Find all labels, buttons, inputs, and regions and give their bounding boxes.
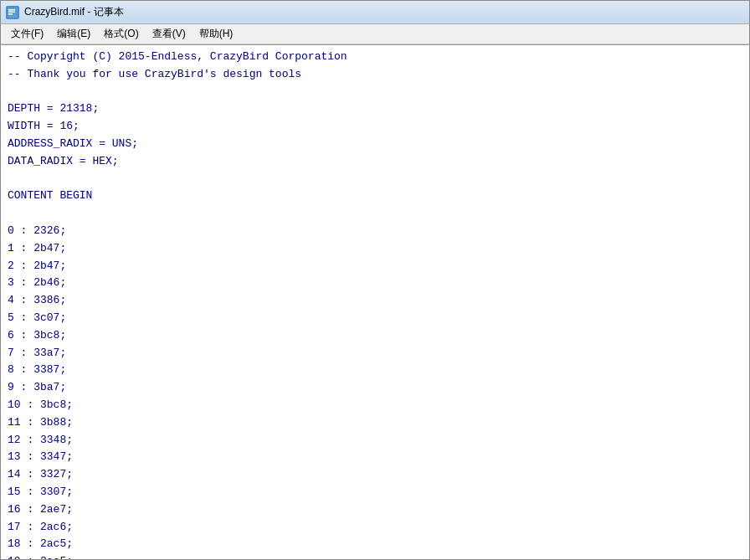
file-content: -- Copyright (C) 2015-Endless, CrazyBird… [8,49,742,559]
title-bar: CrazyBird.mif - 记事本 [1,1,749,24]
menu-edit[interactable]: 编辑(E) [50,24,97,44]
svg-rect-2 [8,11,15,13]
menu-help[interactable]: 帮助(H) [193,24,240,44]
notepad-window: CrazyBird.mif - 记事本 文件(F) 编辑(E) 格式(O) 查看… [0,0,750,560]
menu-view[interactable]: 查看(V) [146,24,193,44]
svg-rect-3 [8,13,13,15]
app-icon [6,6,19,19]
menu-format[interactable]: 格式(O) [97,24,145,44]
menu-file[interactable]: 文件(F) [4,24,50,44]
svg-rect-1 [8,9,15,11]
window-title: CrazyBird.mif - 记事本 [24,5,124,19]
text-editor-area[interactable]: -- Copyright (C) 2015-Endless, CrazyBird… [1,45,749,559]
menu-bar: 文件(F) 编辑(E) 格式(O) 查看(V) 帮助(H) [1,24,749,44]
